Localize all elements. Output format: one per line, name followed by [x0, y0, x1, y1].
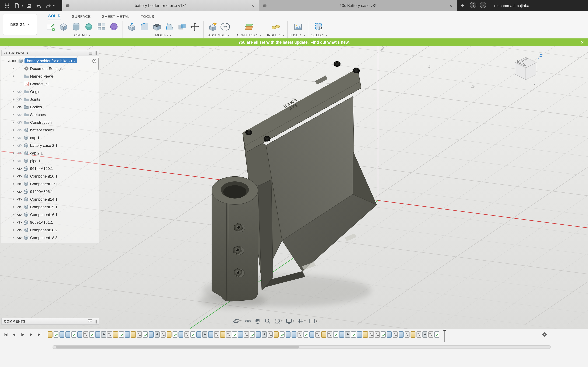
visibility-eye-icon[interactable] — [17, 113, 22, 117]
visibility-eye-icon[interactable] — [17, 228, 22, 232]
timeline-step-forward-button[interactable] — [28, 332, 34, 338]
timeline-feature-component-icon[interactable] — [113, 331, 118, 338]
timeline-feature-sketch-icon[interactable] — [190, 331, 195, 338]
timeline-feature-extrude-icon[interactable] — [77, 331, 82, 338]
disclosure-arrow-icon[interactable] — [12, 182, 15, 186]
save-icon[interactable] — [25, 1, 33, 10]
chevron-down-icon[interactable]: ▾ — [281, 319, 282, 323]
app-grid-icon[interactable] — [3, 1, 11, 10]
timeline-feature-joint-icon[interactable] — [137, 331, 142, 338]
timeline-feature-joint-icon[interactable] — [416, 331, 421, 338]
timeline-feature-sketch-icon[interactable] — [232, 331, 237, 338]
chevron-down-icon[interactable]: ▾ — [316, 319, 317, 323]
browser-item[interactable]: Contact: all — [1, 80, 99, 88]
tool-shell-button[interactable] — [151, 21, 163, 32]
tool-new-component-button[interactable] — [207, 21, 218, 32]
tool-fillet-button[interactable] — [138, 21, 150, 32]
visibility-eye-icon[interactable] — [17, 105, 22, 109]
look-at-icon[interactable] — [244, 317, 252, 325]
visibility-eye-icon[interactable] — [17, 90, 22, 93]
browser-item[interactable]: battery case 2:1 — [1, 142, 99, 149]
timeline-feature-extrude-icon[interactable] — [65, 331, 70, 338]
visibility-eye-icon[interactable] — [17, 151, 22, 155]
tool-measure-button[interactable] — [270, 21, 282, 32]
timeline-feature-component-icon[interactable] — [274, 331, 279, 338]
timeline-scrollbar-thumb[interactable] — [56, 346, 299, 348]
browser-item[interactable]: Component11:1 — [1, 180, 99, 188]
visibility-eye-icon[interactable] — [17, 143, 22, 147]
browser-header[interactable]: BROWSER — [1, 50, 99, 56]
timeline-feature-sketch-icon[interactable] — [280, 331, 285, 338]
disclosure-arrow-icon[interactable] — [12, 113, 15, 117]
disclosure-arrow-icon[interactable] — [12, 167, 15, 170]
collapse-panel-icon[interactable] — [4, 52, 7, 54]
disclosure-arrow-icon[interactable] — [12, 175, 15, 178]
timeline-feature-sketch-icon[interactable] — [173, 331, 177, 338]
visibility-eye-icon[interactable] — [17, 197, 22, 201]
browser-item[interactable]: Component15:1 — [1, 203, 99, 211]
timeline-settings-gear-icon[interactable] — [541, 331, 547, 339]
new-tab-button[interactable]: + — [457, 0, 467, 11]
disclosure-arrow-icon[interactable] — [12, 159, 15, 163]
timeline-go-to-end-button[interactable] — [36, 332, 42, 338]
disclosure-arrow-icon[interactable] — [12, 67, 15, 70]
document-tab-inactive[interactable]: 10s Battery case v8* × — [259, 0, 457, 11]
chevron-down-icon[interactable]: ▾ — [53, 4, 55, 7]
timeline-feature-extrude-icon[interactable] — [339, 331, 344, 338]
timeline-feature-sketch-icon[interactable] — [303, 331, 308, 338]
timeline-feature-sketch-icon[interactable] — [333, 331, 338, 338]
visibility-eye-icon[interactable] — [17, 97, 22, 101]
tool-select-button[interactable] — [313, 21, 325, 32]
browser-item[interactable]: 91290A306:1 — [1, 188, 99, 195]
browser-item[interactable]: Origin — [1, 88, 99, 95]
activate-component-radio[interactable] — [92, 59, 96, 63]
disclosure-arrow-icon[interactable] — [12, 221, 15, 224]
timeline-play-button[interactable] — [20, 332, 26, 338]
visibility-eye-icon[interactable] — [17, 213, 22, 217]
battery-holder-model[interactable]: BAWA ATE — [212, 61, 377, 301]
browser-scrollbar[interactable] — [98, 58, 99, 70]
chevron-down-icon[interactable]: ▾ — [304, 319, 306, 323]
timeline-feature-joint-icon[interactable] — [405, 331, 409, 338]
disclosure-arrow-icon[interactable] — [12, 205, 15, 209]
toolbar-group-label[interactable]: MODIFY ▾ — [155, 33, 171, 37]
timeline-feature-extrude-icon[interactable] — [357, 331, 362, 338]
timeline-feature-component-icon[interactable] — [167, 331, 172, 338]
tool-pattern-button[interactable] — [95, 21, 107, 32]
timeline-feature-extrude-icon[interactable] — [196, 331, 201, 338]
timeline-feature-extrude-icon[interactable] — [208, 331, 213, 338]
toolbar-group-label[interactable]: CONSTRUCT ▾ — [237, 33, 261, 37]
visibility-eye-icon[interactable] — [17, 205, 22, 209]
timeline-feature-hole-icon[interactable] — [101, 331, 106, 338]
visibility-eye-icon[interactable] — [17, 120, 22, 124]
disclosure-arrow-icon[interactable] — [12, 75, 15, 78]
banner-link[interactable]: Find out what's new. — [311, 40, 350, 44]
timeline-feature-hole-icon[interactable] — [155, 331, 160, 338]
viewports-icon[interactable]: ▾ — [308, 317, 318, 325]
timeline-feature-hole-icon[interactable] — [345, 331, 350, 338]
timeline-feature-joint-icon[interactable] — [214, 331, 219, 338]
pan-icon[interactable] — [254, 317, 262, 325]
display-settings-icon[interactable]: ▾ — [285, 317, 295, 325]
timeline-feature-joint-icon[interactable] — [161, 331, 165, 338]
tool-joint-button[interactable] — [219, 21, 231, 32]
tool-revolve-button[interactable] — [83, 21, 95, 32]
timeline-feature-sketch-icon[interactable] — [89, 331, 94, 338]
browser-item[interactable]: pipe:1 — [1, 157, 99, 165]
browser-item[interactable]: cap:1 — [1, 134, 99, 142]
orbit-icon[interactable]: ▾ — [232, 317, 242, 325]
timeline-step-back-button[interactable] — [11, 332, 17, 338]
visibility-eye-icon[interactable] — [17, 174, 22, 178]
close-tab-icon[interactable]: × — [250, 3, 256, 8]
visibility-eye-icon[interactable] — [17, 128, 22, 132]
close-banner-icon[interactable]: × — [581, 40, 584, 45]
disclosure-arrow-icon[interactable] — [12, 121, 15, 124]
undo-icon[interactable] — [34, 1, 43, 10]
chevron-down-icon[interactable]: ▾ — [240, 319, 242, 323]
workspace-selector[interactable]: DESIGN ▾ — [3, 14, 37, 35]
browser-root-item[interactable]: battery holder for e bike v13 — [1, 57, 99, 65]
timeline-feature-extrude-icon[interactable] — [238, 331, 243, 338]
toolbar-group-label[interactable]: INSERT ▾ — [290, 33, 305, 37]
timeline-feature-joint-icon[interactable] — [244, 331, 249, 338]
chevron-down-icon[interactable]: ▾ — [22, 4, 23, 7]
